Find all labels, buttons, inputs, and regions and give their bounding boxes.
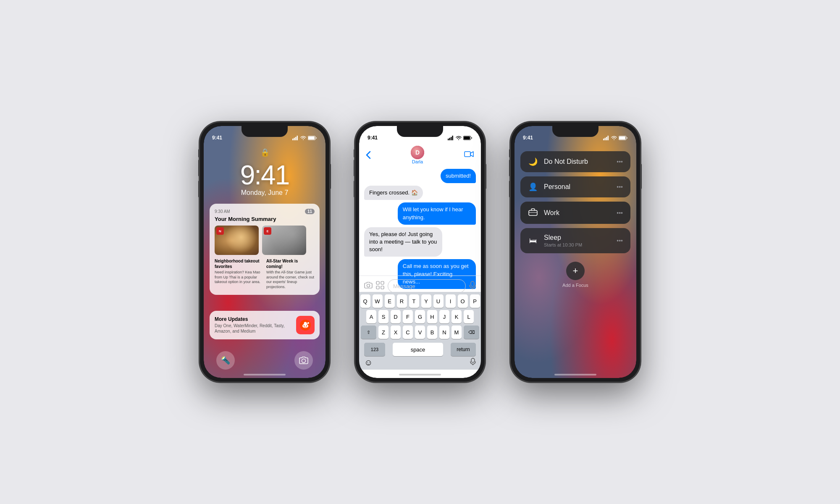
notification-card[interactable]: 9:30 AM 11 Your Morning Summary N E Neig…	[210, 204, 320, 295]
key-F[interactable]: F	[403, 310, 413, 323]
keyboard-row-2: A S D F G H J K L	[361, 310, 479, 323]
key-M[interactable]: M	[452, 326, 462, 339]
key-K[interactable]: K	[452, 310, 462, 323]
messages-header: D Darla	[359, 144, 481, 165]
key-B[interactable]: B	[427, 326, 437, 339]
signal-icon	[292, 136, 299, 140]
key-T[interactable]: T	[409, 294, 419, 308]
key-Z[interactable]: Z	[378, 326, 388, 339]
camera-input-icon[interactable]	[364, 281, 373, 291]
key-delete[interactable]: ⌫	[464, 326, 479, 339]
key-H[interactable]: H	[427, 310, 437, 323]
key-V[interactable]: V	[415, 326, 425, 339]
focus-item-dnd[interactable]: 🌙 Do Not Disturb •••	[520, 151, 630, 172]
notif-image-food: N	[215, 226, 259, 255]
back-button[interactable]	[366, 151, 371, 159]
mic-key[interactable]	[470, 358, 476, 368]
svg-rect-16	[451, 137, 452, 140]
message-bubble-received-1: Fingers crossed. 🏠	[364, 186, 476, 200]
emoji-key[interactable]: ☺	[364, 358, 373, 368]
message-bubble-sent-1: submitted!	[364, 169, 476, 183]
flashlight-button[interactable]: 🔦	[216, 351, 235, 370]
focus-item-sleep[interactable]: 🛏 Sleep Starts at 10:30 PM •••	[520, 228, 630, 253]
key-123[interactable]: 123	[364, 343, 385, 356]
svg-point-9	[306, 325, 307, 326]
svg-rect-22	[376, 281, 379, 284]
focus-sleep-info: Sleep Starts at 10:30 PM	[544, 234, 582, 247]
focus-dnd-more[interactable]: •••	[617, 158, 623, 165]
keyboard: Q W E R T Y U I O P A S D F G H J K L	[359, 292, 481, 370]
volume-up-2	[354, 160, 355, 176]
key-O[interactable]: O	[458, 294, 468, 308]
key-S[interactable]: S	[378, 310, 388, 323]
key-D[interactable]: D	[391, 310, 401, 323]
key-L[interactable]: L	[464, 310, 474, 323]
focus-work-more[interactable]: •••	[617, 210, 623, 216]
key-E[interactable]: E	[385, 294, 395, 308]
audio-input-icon[interactable]	[469, 281, 476, 291]
svg-rect-5	[308, 136, 315, 139]
key-I[interactable]: I	[446, 294, 456, 308]
notif-header: 9:30 AM 11	[215, 209, 315, 214]
key-W[interactable]: W	[373, 294, 383, 308]
notch	[242, 126, 288, 137]
message-text-input[interactable]: Message	[388, 279, 466, 293]
focus-sleep-more[interactable]: •••	[617, 237, 623, 244]
notif-article-2-body: With the All-Star Game just around the c…	[266, 270, 315, 290]
key-P[interactable]: P	[470, 294, 480, 308]
home-indicator-2	[399, 374, 441, 375]
key-N[interactable]: N	[439, 326, 449, 339]
video-call-button[interactable]	[464, 150, 474, 160]
key-G[interactable]: G	[415, 310, 425, 323]
svg-rect-25	[381, 286, 384, 289]
key-J[interactable]: J	[439, 310, 449, 323]
svg-rect-31	[603, 139, 604, 140]
svg-rect-37	[529, 210, 537, 215]
key-Y[interactable]: Y	[421, 294, 431, 308]
svg-rect-33	[606, 137, 607, 140]
camera-button[interactable]	[294, 351, 313, 370]
key-X[interactable]: X	[391, 326, 401, 339]
contact-avatar: D	[411, 146, 424, 159]
key-U[interactable]: U	[433, 294, 444, 308]
wifi-icon	[300, 136, 306, 140]
side-button-2	[485, 164, 486, 189]
key-R[interactable]: R	[397, 294, 407, 308]
key-Q[interactable]: Q	[360, 294, 370, 308]
notif-article-2-title: All-Star Week is coming!	[266, 258, 315, 269]
focus-item-sleep-left: 🛏 Sleep Starts at 10:30 PM	[528, 234, 582, 247]
svg-rect-1	[294, 138, 295, 140]
reddit-icon	[296, 316, 315, 334]
status-icons-3	[603, 136, 628, 140]
add-focus-button[interactable]: +	[566, 262, 585, 280]
key-return[interactable]: return	[451, 343, 476, 356]
notif-image-sport: E	[262, 226, 306, 255]
side-button-3	[640, 164, 642, 189]
svg-point-13	[302, 359, 306, 363]
food-app-icon: N	[216, 227, 224, 235]
key-shift[interactable]: ⇧	[361, 326, 376, 339]
focus-item-personal[interactable]: 👤 Personal •••	[520, 176, 630, 197]
home-indicator	[244, 374, 286, 375]
svg-rect-3	[297, 136, 298, 140]
volume-up-button	[198, 160, 200, 176]
keyboard-emoji-row: ☺	[361, 356, 479, 368]
status-time-3: 9:41	[523, 135, 533, 141]
lock-icon: 🔒	[260, 148, 269, 156]
signal-icon-3	[603, 136, 609, 140]
key-C[interactable]: C	[403, 326, 413, 339]
key-space[interactable]: space	[393, 343, 443, 356]
apps-input-icon[interactable]	[376, 281, 384, 291]
lock-bottom-controls: 🔦	[204, 351, 326, 370]
focus-item-work[interactable]: Work •••	[520, 202, 630, 224]
key-A[interactable]: A	[366, 310, 376, 323]
svg-point-8	[304, 325, 304, 326]
notif-article-1: Neighborhood takeout favorites Need insp…	[215, 258, 263, 290]
more-updates-card[interactable]: More Updates Day One, WaterMinder, Reddi…	[210, 311, 320, 339]
messages-list: submitted! Fingers crossed. 🏠 Will let y…	[359, 165, 481, 294]
contact-info[interactable]: D Darla	[411, 146, 424, 164]
notif-title: Your Morning Summary	[215, 216, 315, 222]
focus-personal-more[interactable]: •••	[617, 184, 623, 190]
bubble-text: Yes, please do! Just going into a meetin…	[364, 227, 442, 257]
more-updates-title: More Updates	[215, 316, 296, 322]
